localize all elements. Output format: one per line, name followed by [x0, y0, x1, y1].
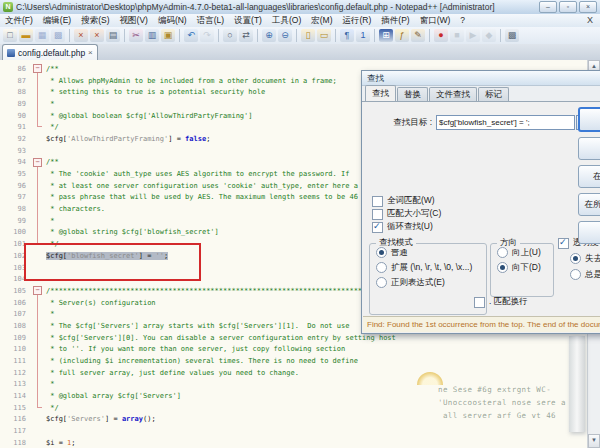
zoom-in-icon[interactable]: ⊕	[262, 29, 276, 42]
menu-item[interactable]: 设置(T)	[229, 14, 267, 27]
line-number: 99	[0, 217, 30, 225]
transparency-checkbox[interactable]	[558, 238, 569, 249]
menu-item[interactable]: 窗口(W)	[415, 14, 456, 27]
radio-button[interactable]	[497, 262, 508, 273]
code-text: $cfg['Servers'] = array();	[46, 415, 156, 423]
function-list-icon[interactable]: ƒ	[395, 29, 409, 42]
find-dialog-tab[interactable]: 标记	[478, 87, 509, 101]
tab-config-default-php[interactable]: config.default.php ×	[2, 44, 98, 60]
monitoring-icon[interactable]: ✎	[411, 29, 425, 42]
radio-option[interactable]: 总是	[570, 268, 600, 281]
replace-icon[interactable]: ⇄	[239, 29, 253, 42]
macro-record-icon[interactable]: ●	[434, 29, 448, 42]
sync-horizontal-icon[interactable]: ▭	[317, 29, 331, 42]
checkbox[interactable]	[372, 196, 383, 207]
fold-margin	[30, 145, 46, 157]
scroll-down-icon[interactable]: ▼	[588, 434, 600, 448]
find-dialog-tab[interactable]: 文件查找	[429, 87, 477, 101]
ghost-text-artifact: ne Sese #6g extrgnt WC- 'Unoccoosteral n…	[438, 383, 566, 422]
find-target-input[interactable]: $cfg['blowfish_secret'] = ';	[436, 115, 575, 130]
radio-option[interactable]: 向下(D)	[497, 261, 553, 274]
dialog-button[interactable]: 计数	[578, 137, 600, 160]
save-icon: ▦	[35, 29, 49, 42]
menu-item[interactable]: 语言(L)	[192, 14, 229, 27]
code-text: $i = 1;	[46, 439, 76, 447]
cut-icon[interactable]: ✂	[129, 29, 143, 42]
dialog-button[interactable]: 关闭	[578, 221, 600, 244]
code-line[interactable]: 111 * (including $i incrementation) seve…	[0, 355, 600, 367]
open-folder-icon[interactable]: ▬	[19, 29, 33, 42]
tab-close-icon[interactable]: ×	[88, 48, 93, 57]
word-wrap-icon[interactable]: ¶	[340, 29, 354, 42]
radio-option[interactable]: 正则表达式(E)	[376, 276, 486, 289]
zoom-out-icon[interactable]: ⊖	[278, 29, 292, 42]
code-text: *	[46, 100, 54, 108]
menu-item[interactable]: ?	[455, 14, 470, 27]
menu-item[interactable]: 宏(M)	[306, 14, 337, 27]
radio-label: 正则表达式(E)	[391, 277, 445, 289]
show-all-chars-icon[interactable]: 1	[356, 29, 370, 42]
close-button[interactable]: ×	[579, 1, 597, 13]
close-all-icon[interactable]: ×	[90, 29, 104, 42]
radio-button[interactable]	[376, 247, 387, 258]
menu-item[interactable]: 编辑(E)	[38, 14, 76, 27]
find-dialog-tabs: 查找替换文件查找标记	[362, 86, 600, 102]
dot-matches-newline-checkbox[interactable]	[474, 297, 485, 308]
fold-collapse-icon[interactable]	[30, 63, 46, 75]
radio-button[interactable]	[570, 253, 581, 264]
undo-icon[interactable]: ↶	[184, 29, 198, 42]
menu-item[interactable]: 文件(F)	[0, 14, 38, 27]
macro-multi-run-icon[interactable]: ▩	[505, 29, 519, 42]
radio-option[interactable]: 扩展 (\n, \r, \t, \0, \x...)	[376, 261, 486, 274]
dialog-button[interactable]: 查找下一个	[578, 107, 600, 132]
find-dialog-tab[interactable]: 替换	[397, 87, 428, 101]
code-line[interactable]: 117	[0, 425, 600, 437]
radio-button[interactable]	[376, 262, 387, 273]
dialog-button[interactable]: 在所有打开文件中查找	[578, 193, 600, 216]
find-dialog-title[interactable]: 查找	[362, 71, 600, 86]
line-number: 92	[0, 135, 30, 143]
minimize-button[interactable]: –	[539, 1, 557, 13]
fold-margin	[30, 344, 46, 356]
menu-item[interactable]: 工具(O)	[267, 14, 306, 27]
fold-collapse-icon[interactable]	[30, 157, 46, 169]
fold-collapse-icon[interactable]	[30, 285, 46, 297]
close-icon[interactable]: ×	[74, 29, 88, 42]
menu-item[interactable]: 视图(V)	[115, 14, 153, 27]
find-option[interactable]: 匹配大小写(C)	[372, 208, 441, 220]
find-status-message: Find: Found the 1st occurrence from the …	[363, 316, 600, 332]
child-close-icon[interactable]: X	[587, 14, 593, 27]
menu-item[interactable]: 运行(R)	[337, 14, 376, 27]
line-number: 89	[0, 100, 30, 108]
radio-option[interactable]: 向上(U)	[497, 246, 553, 259]
sync-vertical-icon[interactable]: ▯	[301, 29, 315, 42]
find-option[interactable]: 循环查找(U)	[372, 221, 433, 233]
find-icon[interactable]: ○	[223, 29, 237, 42]
code-line[interactable]: 112 * full server array, just define val…	[0, 367, 600, 379]
radio-button[interactable]	[570, 269, 581, 280]
checkbox[interactable]	[372, 209, 383, 220]
print-icon[interactable]: ▤	[106, 29, 120, 42]
fold-margin	[30, 390, 46, 402]
code-text: * to ''. If you want more than one serve…	[46, 345, 345, 353]
checkbox[interactable]	[372, 222, 383, 233]
code-line[interactable]: 110 * to ''. If you want more than one s…	[0, 344, 600, 356]
copy-icon[interactable]: ▥	[145, 29, 159, 42]
dot-matches-newline-option[interactable]: . 匹配换行	[474, 296, 528, 308]
code-text: * The 'cookie' auth_type uses AES algori…	[46, 170, 349, 178]
new-file-icon[interactable]: □	[3, 29, 17, 42]
menu-item[interactable]: 搜索(S)	[76, 14, 114, 27]
dialog-button[interactable]: 在当前文件中查找	[578, 165, 600, 188]
radio-option[interactable]: 失去焦点后	[570, 252, 600, 265]
find-option[interactable]: 全词匹配(W)	[372, 195, 435, 207]
menu-item[interactable]: 编码(N)	[153, 14, 192, 27]
menu-item[interactable]: 插件(P)	[376, 14, 414, 27]
restore-button[interactable]: ▫	[559, 1, 577, 13]
radio-button[interactable]	[497, 247, 508, 258]
find-dialog-tab[interactable]: 查找	[365, 85, 396, 101]
doc-map-icon[interactable]: ⊞	[379, 29, 393, 42]
paste-icon[interactable]: ▣	[161, 29, 175, 42]
radio-button[interactable]	[376, 277, 387, 288]
code-line[interactable]: 118$i = 1;	[0, 437, 600, 448]
toolbar-separator	[374, 29, 375, 42]
